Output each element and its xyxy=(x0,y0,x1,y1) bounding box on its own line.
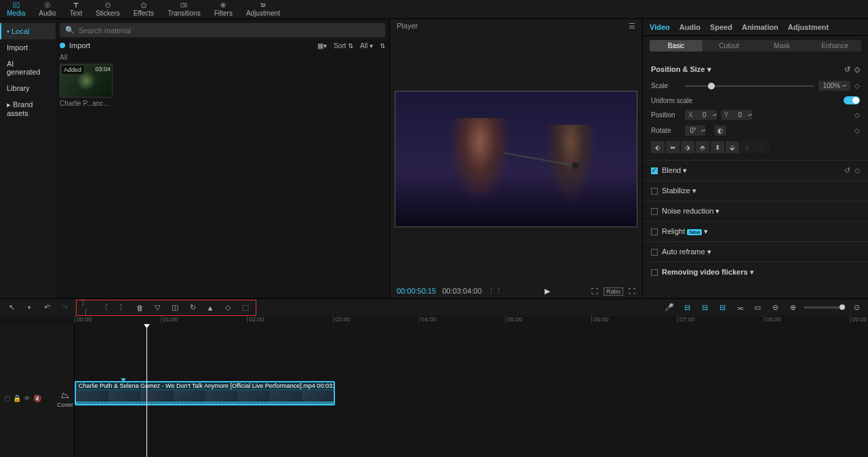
stabilize-checkbox[interactable] xyxy=(651,188,658,195)
mirror-icon[interactable]: ◫ xyxy=(169,302,181,314)
noise-checkbox[interactable] xyxy=(651,208,658,215)
tab-media[interactable]: Media xyxy=(0,0,32,18)
sort-button[interactable]: Sort ⇅ xyxy=(334,42,353,49)
sidebar-item-import[interactable]: Import xyxy=(0,39,56,56)
section-position-size[interactable]: Position & Size ▾ xyxy=(651,65,711,74)
zoom-out-icon[interactable]: ⊖ xyxy=(769,302,781,314)
undo-icon[interactable]: ↶ xyxy=(41,302,53,314)
subtab-enhance[interactable]: Enhance xyxy=(808,40,861,52)
split-icon[interactable]: 〕〔 xyxy=(81,302,93,314)
align-top-icon[interactable]: ⬘ xyxy=(696,141,709,153)
rotate-icon[interactable]: ↻ xyxy=(186,302,199,314)
filter-icon[interactable]: ⇅ xyxy=(380,42,385,49)
split-right-icon[interactable]: 〕 xyxy=(116,302,128,314)
tab-transitions[interactable]: Transitions xyxy=(161,0,208,18)
marker-icon[interactable]: ▽ xyxy=(151,302,163,314)
subtab-mask[interactable]: Mask xyxy=(755,40,808,52)
import-label[interactable]: Import xyxy=(69,41,90,49)
scale-slider[interactable] xyxy=(685,85,814,87)
rotate-dial[interactable]: ◐ xyxy=(715,125,726,136)
flickers-checkbox[interactable] xyxy=(651,269,658,276)
tab-audio[interactable]: Audio xyxy=(32,0,63,18)
track-padlock-icon[interactable]: 🔒 xyxy=(13,395,21,402)
relight-checkbox[interactable] xyxy=(651,228,658,235)
diamond-icon[interactable]: ◇ xyxy=(222,302,234,314)
zoom-fit-icon[interactable]: ⊙ xyxy=(850,302,863,314)
track-eye-icon[interactable]: 👁 xyxy=(24,395,31,402)
section-autoreframe[interactable]: Auto reframe ▾ xyxy=(643,242,868,262)
timecode-menu-icon[interactable]: ⋮⋮ xyxy=(488,287,502,295)
flip-icon[interactable]: ▲ xyxy=(204,302,216,314)
play-button[interactable]: ▶ xyxy=(545,287,550,296)
position-x-input[interactable]: X0▴▾ xyxy=(685,110,717,120)
sidebar-item-ai[interactable]: AI generated xyxy=(0,56,56,80)
search-field[interactable] xyxy=(79,26,380,35)
focus-icon[interactable]: ⛶ xyxy=(591,287,598,295)
link-icon[interactable]: ⫘ xyxy=(734,302,746,314)
crop-icon[interactable]: ⬚ xyxy=(239,302,252,314)
position-keyframe[interactable]: ◇ xyxy=(854,111,860,119)
pointer-dropdown-icon[interactable]: ▾ xyxy=(23,302,35,314)
zoom-in-icon[interactable]: ⊕ xyxy=(787,302,799,314)
rotate-input[interactable]: 0°▴▾ xyxy=(685,125,705,136)
sidebar-item-library[interactable]: Library xyxy=(0,80,56,96)
section-noise[interactable]: Noise reduction ▾ xyxy=(643,201,868,222)
position-y-input[interactable]: Y0▴▾ xyxy=(721,110,753,120)
view-grid-icon[interactable]: ▦▾ xyxy=(317,42,327,49)
magnet-1-icon[interactable]: ⊟ xyxy=(681,302,693,314)
cover-button[interactable]: Cover xyxy=(57,391,73,408)
tab-filters[interactable]: Filters xyxy=(208,0,239,18)
rotate-keyframe[interactable]: ◇ xyxy=(854,127,860,134)
ratio-button[interactable]: Ratio xyxy=(604,287,623,296)
blend-reset-icon[interactable]: ↺ xyxy=(844,166,850,175)
magnet-2-icon[interactable]: ⊟ xyxy=(698,302,711,314)
section-blend[interactable]: Blend ▾ ↺◇ xyxy=(643,161,868,181)
preview-icon[interactable]: ▭ xyxy=(751,302,764,314)
player-menu-icon[interactable]: ☰ xyxy=(629,22,635,31)
reset-icon[interactable]: ↺ xyxy=(844,65,850,74)
tab-effects[interactable]: Effects xyxy=(127,0,161,18)
pointer-tool-icon[interactable]: ↖ xyxy=(5,302,18,314)
fullscreen-icon[interactable]: ⛶ xyxy=(629,287,635,295)
mic-icon[interactable]: 🎤 xyxy=(663,302,675,314)
uniform-scale-toggle[interactable] xyxy=(844,96,860,104)
autoreframe-checkbox[interactable] xyxy=(651,249,658,256)
subtab-cutout[interactable]: Cutout xyxy=(703,40,755,52)
track-mute-icon[interactable]: 🔇 xyxy=(33,395,41,402)
video-preview[interactable] xyxy=(395,91,637,227)
sidebar-item-local[interactable]: • Local xyxy=(0,23,56,39)
tab-stickers[interactable]: Stickers xyxy=(89,0,127,18)
timeline[interactable]: ▢ 🔒 👁 🔇 Cover Charlie Puth & Selena Gome… xyxy=(0,325,868,457)
tab-text[interactable]: Text xyxy=(63,0,89,18)
rtab-video[interactable]: Video xyxy=(650,23,670,31)
subtab-basic[interactable]: Basic xyxy=(650,40,703,52)
timeline-ruler[interactable]: 00:00 01:00 02:00 03:00 04:00 05:00 06:0… xyxy=(0,316,868,325)
track-lock-icon[interactable]: ▢ xyxy=(4,395,10,402)
section-flickers[interactable]: Removing video flickers ▾ xyxy=(643,262,868,282)
zoom-slider[interactable] xyxy=(804,306,845,309)
blend-keyframe[interactable]: ◇ xyxy=(854,166,860,175)
tab-adjustment[interactable]: Adjustment xyxy=(239,0,287,18)
scale-keyframe[interactable]: ◇ xyxy=(854,82,860,90)
magnet-3-icon[interactable]: ⊟ xyxy=(716,302,728,314)
rtab-adjustment[interactable]: Adjustment xyxy=(788,23,829,31)
section-relight[interactable]: RelightNew ▾ xyxy=(643,222,868,242)
video-clip[interactable]: Charlie Puth & Selena Gomez - We Don't T… xyxy=(75,381,335,405)
search-input[interactable]: 🔍 xyxy=(60,23,385,37)
align-left-icon[interactable]: ⬖ xyxy=(651,141,665,153)
align-right-icon[interactable]: ⬗ xyxy=(681,141,694,153)
sidebar-item-brand[interactable]: ▸ Brand assets xyxy=(0,96,56,121)
rtab-audio[interactable]: Audio xyxy=(679,23,701,31)
filter-all-label[interactable]: All xyxy=(60,54,385,61)
playhead[interactable] xyxy=(146,325,147,457)
rtab-animation[interactable]: Animation xyxy=(742,23,778,31)
align-hcenter-icon[interactable]: ⬌ xyxy=(666,141,679,153)
blend-checkbox[interactable] xyxy=(651,167,658,174)
align-vcenter-icon[interactable]: ⬍ xyxy=(711,141,724,153)
delete-icon[interactable]: 🗑 xyxy=(134,302,146,314)
scale-value[interactable]: 100%▴▾ xyxy=(818,81,850,91)
rtab-speed[interactable]: Speed xyxy=(710,23,732,31)
section-stabilize[interactable]: Stabilize ▾ xyxy=(643,181,868,201)
media-item[interactable]: Added 03:04 Charlie P...ance].mp4 xyxy=(60,64,113,107)
filter-all-button[interactable]: All ▾ xyxy=(360,42,373,49)
